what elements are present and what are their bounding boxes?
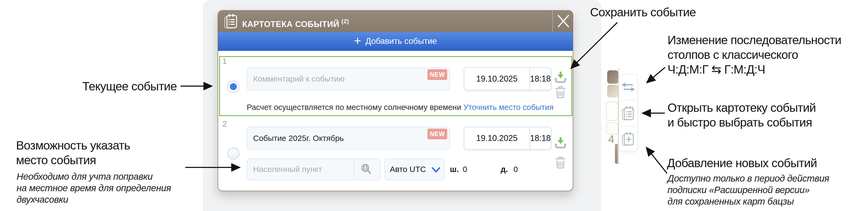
annotation-swap-line2: столпов с классического (668, 47, 841, 62)
event-2-new-badge: NEW (428, 129, 447, 139)
event-cardfile-dialog: КАРТОТЕКА СОБЫТИЙ(2) + Добавить событие … (218, 10, 573, 191)
city-input-divider (353, 158, 354, 180)
pillar-cell-outlined-2 (606, 123, 618, 134)
close-icon (557, 15, 570, 29)
globe-search-icon (360, 172, 372, 176)
add-event-label: Добавить событие (366, 36, 437, 46)
event-2-datetime: 19.10.2025 18:18 (464, 127, 551, 150)
annotation-swap-line1: Изменение последовательности (668, 33, 841, 47)
event-1-time-field[interactable]: 18:18 (530, 68, 551, 90)
pillar-cell-second (607, 85, 618, 98)
event-1-number: 1 (222, 57, 227, 66)
annotation-current-event: Текущее событие (69, 79, 177, 94)
event-1-radio-selected[interactable] (227, 80, 240, 93)
swap-arrows-icon (620, 82, 636, 94)
dialog-title-count: (2) (341, 18, 349, 25)
longitude-value: 0 (514, 165, 518, 174)
event-2-date-field[interactable]: 19.10.2025 (464, 127, 529, 149)
trash-icon (555, 165, 566, 169)
dialog-title: КАРТОТЕКА СОБЫТИЙ(2) (242, 11, 349, 32)
annotation-add-events-title: Добавление новых событий (667, 156, 817, 170)
refine-place-link[interactable]: Уточнить место события (464, 103, 554, 111)
annotation-open-line1: Открыть картотеку событий (668, 100, 816, 115)
latitude-label: ш. (450, 165, 459, 174)
annotation-place-note-line3: двухчасовки (17, 194, 171, 205)
annotated-screenshot: КАРТОТЕКА СОБЫТИЙ(2) + Добавить событие … (0, 0, 868, 211)
pillar-edge-bar (615, 144, 618, 164)
swap-pillar-order-button[interactable] (619, 75, 637, 100)
pillar-cell-outlined-1 (606, 102, 618, 121)
event-2-save-download-button[interactable] (554, 137, 567, 150)
event-2-radio-unselected[interactable] (227, 147, 240, 160)
download-icon (554, 147, 567, 151)
arrow-swap-order (647, 68, 665, 82)
add-event-button[interactable]: + Добавить событие (218, 32, 573, 51)
annotation-add-events-note: Доступно только в период действия подпис… (668, 173, 829, 207)
cardfile-count-badge: 1 (631, 106, 634, 111)
annotation-save-event: Сохранить событие (590, 5, 696, 20)
annotation-place-note-line2: на местное время для определения (17, 182, 171, 194)
event-1-date-field[interactable]: 19.10.2025 (464, 68, 529, 90)
chevron-down-icon (432, 167, 440, 173)
annotation-place-title: Возможность указать место события (16, 138, 130, 167)
event-1-delete-button[interactable] (555, 86, 566, 99)
annotation-add-note-line2: подписки «Расширенной версии» (668, 184, 829, 195)
annotation-add-note-line3: для сохраненных карт бацзы (668, 195, 829, 207)
annotation-add-note-line1: Доступно только в период действия (668, 173, 829, 184)
latitude-value: 0 (463, 165, 467, 174)
event-2-number: 2 (222, 119, 227, 128)
close-button[interactable] (553, 11, 573, 32)
city-search-button[interactable] (360, 163, 372, 176)
timezone-value: Авто UTC (390, 165, 426, 174)
trash-icon (555, 95, 566, 99)
solar-time-note: Расчет осуществляется по местному солнеч… (247, 103, 461, 111)
event-2-delete-button[interactable] (555, 156, 566, 169)
side-toolbar: 1 (619, 74, 638, 152)
pillar-cell-top (607, 70, 618, 84)
event-2-time-field[interactable]: 18:18 (530, 127, 551, 149)
event-1-note: Расчет осуществляется по местному солнеч… (247, 103, 554, 112)
annotation-place-note-line1: Необходимо для учта поправки (17, 170, 171, 182)
annotation-place-title-line2: место события (16, 153, 130, 167)
download-icon (554, 81, 567, 85)
annotation-place-title-line1: Возможность указать (16, 138, 130, 153)
event-1-new-badge: NEW (428, 69, 447, 80)
pillar-number: 4 (608, 133, 614, 145)
add-new-event-button[interactable] (619, 127, 637, 152)
event-1-comment-input[interactable] (247, 68, 450, 90)
event-1-save-download-button[interactable] (554, 71, 567, 84)
annotation-swap-line3: Ч:Д:М:Г ⇆ Г:М:Д:Ч (668, 62, 841, 77)
calendar-plus-icon (621, 131, 636, 148)
longitude-label: д. (501, 165, 508, 174)
annotation-swap-order: Изменение последовательности столпов с к… (668, 33, 841, 77)
event-2-city-wrap (247, 158, 380, 180)
event-2-name-wrap: NEW (247, 127, 450, 150)
open-event-cardfile-button[interactable]: 1 (619, 101, 637, 126)
cardfile-clipboard-icon (224, 14, 238, 30)
event-1-datetime: 19.10.2025 18:18 (464, 68, 551, 90)
annotation-open-cardfile: Открыть картотеку событий и быстро выбра… (668, 100, 816, 130)
event-1-comment-wrap: NEW (247, 68, 450, 90)
annotation-place-note: Необходимо для учта поправки на местное … (17, 170, 171, 205)
event-2-name-input[interactable] (247, 127, 450, 150)
arrow-add-events (647, 148, 667, 173)
annotation-open-line2: и быстро выбрать события (668, 115, 816, 130)
cardfile-list-icon: 1 (621, 105, 636, 122)
timezone-select[interactable]: Авто UTC (384, 158, 444, 180)
dialog-header: КАРТОТЕКА СОБЫТИЙ(2) (218, 11, 573, 32)
